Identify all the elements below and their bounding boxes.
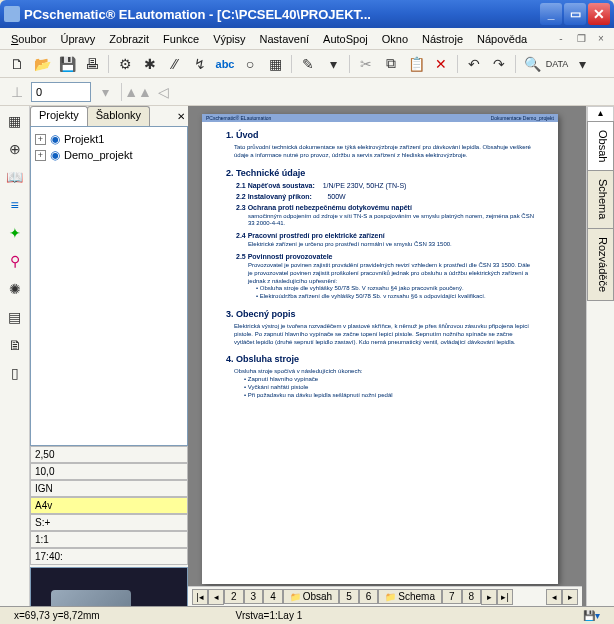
doc-s22: 2.2 Instalovaný příkon: [236,193,312,200]
tool-wire-icon[interactable]: ✱ [139,53,161,75]
page-icon[interactable]: ▯ [4,362,26,384]
hscroll-left-icon[interactable]: ◂ [546,589,562,605]
save-button[interactable]: 💾 [56,53,78,75]
combo-dropdown-icon[interactable]: ▾ [94,81,116,103]
maximize-button[interactable]: ▭ [564,3,586,25]
doc-p4li2: Vyčkání nahřátí pistole [248,384,308,390]
cut-button[interactable]: ✂ [355,53,377,75]
expand-icon[interactable]: + [35,150,46,161]
page-tab[interactable]: 3 [244,589,264,604]
page-tab[interactable]: 5 [339,589,359,604]
area-tool-icon[interactable]: ▦ [264,53,286,75]
page-tab-obsah[interactable]: Obsah [283,589,339,604]
data-button[interactable]: DATA [546,53,568,75]
tab-sablonky[interactable]: Šablonky [87,106,150,126]
status-layer: Vrstva=1:Lay 1 [228,610,311,621]
main-toolbar: 🗋 📂 💾 🖶 ⚙ ✱ ⁄⁄ ↯ abc ○ ▦ ✎ ▾ ✂ ⧉ 📋 ✕ ↶ ↷… [0,50,614,78]
vtab-rozvadece[interactable]: Rozváděče [587,228,614,301]
list-icon[interactable]: ≡ [4,194,26,216]
doc-s25li2: Elektroúdržba zařízení dle vyhlášky 50/7… [260,293,486,299]
mirror-v-icon[interactable]: ◁ [152,81,174,103]
vtab-schema[interactable]: Schema [587,170,614,228]
mdi-close[interactable]: × [594,32,608,46]
new-button[interactable]: 🗋 [6,53,28,75]
tab-first-icon[interactable]: |◂ [192,589,208,605]
tab-last-icon[interactable]: ▸| [497,589,513,605]
minimize-button[interactable]: _ [540,3,562,25]
page-tab-schema[interactable]: Schema [378,589,442,604]
text-tool-button[interactable]: abc [214,53,236,75]
drawing-canvas[interactable]: PCschematic® ELautomationDokumentace Dem… [188,106,586,612]
open-button[interactable]: 📂 [31,53,53,75]
right-tab-strip: ▴ Obsah Schema Rozváděče [586,106,614,612]
menu-nastroje[interactable]: Nástroje [417,31,468,47]
plug-icon[interactable]: ⚲ [4,250,26,272]
page-header-left: PCschematic® ELautomation [206,115,271,121]
copy-button[interactable]: ⧉ [380,53,402,75]
doc-h1: 1. Úvod [226,130,534,140]
menu-soubor[interactable]: Soubor [6,31,51,47]
mirror-h-icon[interactable]: ▲▲ [127,81,149,103]
doc-p1: Tato průvodní technická dokumentace se t… [234,144,534,160]
sheet-icon[interactable]: ▤ [4,306,26,328]
globe-icon[interactable]: ⊕ [4,138,26,160]
value-combo[interactable] [31,82,91,102]
anchor-icon[interactable]: ⊥ [6,81,28,103]
tab-projekty[interactable]: Projekty [30,106,88,126]
tree-node[interactable]: + ◉ Projekt1 [35,131,183,147]
tool-connection-icon[interactable]: ↯ [189,53,211,75]
connector-icon[interactable]: ✦ [4,222,26,244]
expand-icon[interactable]: + [35,134,46,145]
paste-button[interactable]: 📋 [405,53,427,75]
tree-node[interactable]: + ◉ Demo_projekt [35,147,183,163]
tab-scroll-up-icon[interactable]: ▴ [587,106,614,122]
tree-node-label: Projekt1 [64,133,104,145]
undo-button[interactable]: ↶ [463,53,485,75]
menu-vypisy[interactable]: Výpisy [208,31,250,47]
circle-tool-button[interactable]: ○ [239,53,261,75]
panel-tabs: Projekty Šablonky [30,106,174,126]
menu-napoveda[interactable]: Nápověda [472,31,532,47]
tab-prev-icon[interactable]: ◂ [208,589,224,605]
tool-component-icon[interactable]: ⚙ [114,53,136,75]
hscroll-right-icon[interactable]: ▸ [562,589,578,605]
zoom-button[interactable]: 🔍 [521,53,543,75]
page-header-right: Dokumentace Demo_projekt [491,115,554,121]
page-tab[interactable]: 2 [224,589,244,604]
redo-button[interactable]: ↷ [488,53,510,75]
doc-s22v: 500W [327,193,345,200]
more-icon[interactable]: ▾ [571,53,593,75]
menu-upravy[interactable]: Úpravy [55,31,100,47]
status-cell: A4v [30,497,188,514]
menu-nastaveni[interactable]: Nastavení [255,31,315,47]
doc-s21: 2.1 Napěťová soustava: [236,182,315,189]
page-tabs: |◂ ◂ 2 3 4 Obsah 5 6 Schema 7 8 ▸ ▸| ◂ ▸ [188,586,582,606]
save-disk-icon[interactable]: 💾▾ [575,610,608,621]
menu-zobrazit[interactable]: Zobrazit [104,31,154,47]
doc-icon[interactable]: 🗎 [4,334,26,356]
delete-button[interactable]: ✕ [430,53,452,75]
pencil-tool-button[interactable]: ✎ [297,53,319,75]
left-panel: Projekty Šablonky ✕ + ◉ Projekt1 + ◉ Dem… [30,106,188,612]
page-tab[interactable]: 6 [359,589,379,604]
page-tab[interactable]: 4 [263,589,283,604]
close-button[interactable]: ✕ [588,3,610,25]
tab-next-icon[interactable]: ▸ [481,589,497,605]
project-tree[interactable]: + ◉ Projekt1 + ◉ Demo_projekt [30,126,188,446]
mdi-restore[interactable]: ❐ [574,32,588,46]
star-icon[interactable]: ✺ [4,278,26,300]
print-button[interactable]: 🖶 [81,53,103,75]
page-tab[interactable]: 8 [462,589,482,604]
grid-icon[interactable]: ▦ [4,110,26,132]
menu-funkce[interactable]: Funkce [158,31,204,47]
menu-autospoj[interactable]: AutoSpoj [318,31,373,47]
vtab-obsah[interactable]: Obsah [587,121,614,171]
panel-close-icon[interactable]: ✕ [174,111,188,122]
page-tab[interactable]: 7 [442,589,462,604]
doc-s21v: 1/N/PE 230V, 50HZ (TN-S) [323,182,407,189]
tool-line-icon[interactable]: ⁄⁄ [164,53,186,75]
menu-okno[interactable]: Okno [377,31,413,47]
book-icon[interactable]: 📖 [4,166,26,188]
mdi-minimize[interactable]: - [554,32,568,46]
dropdown-icon[interactable]: ▾ [322,53,344,75]
